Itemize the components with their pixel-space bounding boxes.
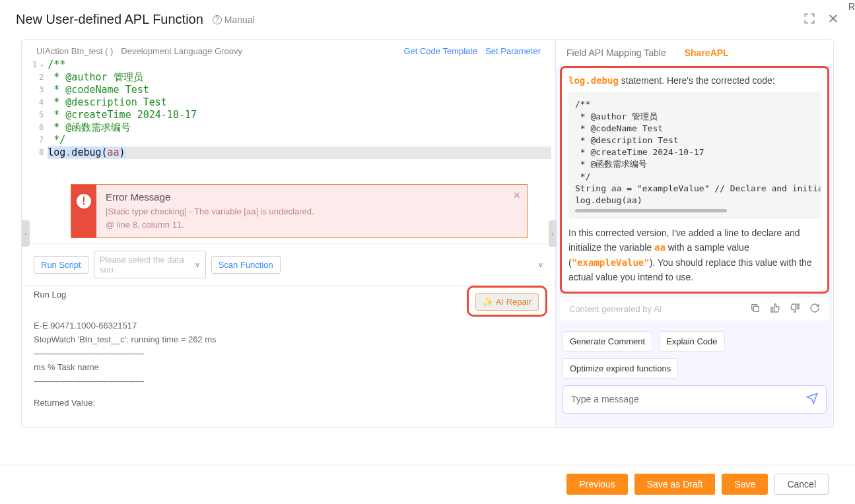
chevron-down-icon[interactable]: ∨ [538, 261, 543, 269]
ai-gen-label: Content generated by AI [569, 304, 662, 314]
cancel-button[interactable]: Cancel [774, 474, 829, 495]
save-draft-button[interactable]: Save as Draft [634, 474, 716, 495]
ai-response-box: log.debug statement. Here's the correcte… [560, 66, 829, 294]
code-chip: log.debug [568, 75, 619, 86]
refresh-icon[interactable] [809, 303, 820, 315]
fullscreen-icon[interactable] [804, 13, 815, 26]
tab-mapping-table[interactable]: Field API Mapping Table [566, 47, 666, 58]
thumbs-down-icon[interactable] [790, 303, 800, 315]
editor-highlighted-line: log.debug(aa) [48, 146, 551, 159]
chat-input-box[interactable] [563, 385, 827, 414]
truncated-letter: R [848, 1, 855, 12]
runlog-line: ms % Task name [34, 362, 543, 372]
right-tabs: Field API Mapping Table ShareAPL [556, 40, 833, 66]
save-button[interactable]: Save [722, 474, 768, 495]
suggest-explain-code[interactable]: Explain Code [659, 331, 724, 352]
run-log-panel: Run Log ✨ AI Repair E-E.90471.1000-66321… [22, 285, 555, 427]
error-detail-2: @ line 8, column 11. [106, 218, 518, 232]
horizontal-scrollbar[interactable] [575, 209, 727, 212]
copy-icon[interactable] [750, 303, 761, 315]
chevron-down-icon: ∨ [195, 261, 200, 269]
runlog-line: ----------------------------------------… [34, 376, 543, 386]
uiaction-label: UIAction Btn_test ( ) [36, 46, 113, 56]
error-icon: ! [71, 185, 96, 237]
ai-code-block: /** * @author 管理员 * @codeName Test * @de… [568, 92, 821, 219]
magic-icon: ✨ [483, 297, 493, 307]
runlog-line: E-E.90471.1000-66321517 [34, 321, 543, 331]
error-close-icon[interactable]: × [513, 189, 520, 203]
thumbs-up-icon[interactable] [770, 303, 780, 315]
close-icon[interactable] [827, 13, 839, 26]
tab-share-apl[interactable]: ShareAPL [685, 47, 729, 58]
dialog-title: New User-defined APL Function [16, 12, 203, 27]
dev-lang-label: Development Language Groovy [121, 46, 242, 56]
get-template-link[interactable]: Get Code Template [403, 46, 477, 56]
error-detail-1: [Static type checking] - The variable [a… [106, 205, 518, 218]
code-editor[interactable]: 1 ▾2345678 /** * @author 管理员 * @codeName… [22, 59, 555, 162]
ai-repair-highlight: ✨ AI Repair [467, 286, 547, 317]
runlog-line: StopWatch 'Btn_test__c': running time = … [34, 334, 543, 344]
dialog-header: New User-defined APL Function ? Manual [0, 0, 855, 39]
scan-function-button[interactable]: Scan Function [211, 256, 281, 274]
chat-input-field[interactable] [571, 394, 806, 404]
dialog-footer: Previous Save as Draft Save Cancel [0, 464, 855, 504]
ai-footer: Content generated by AI [560, 298, 829, 321]
editor-lines: /** * @author 管理员 * @codeName Test * @de… [48, 59, 551, 159]
svg-rect-0 [753, 306, 759, 311]
help-icon: ? [213, 15, 222, 24]
script-toolbar: Run Script Please select the data sou ∨ … [22, 243, 555, 285]
data-source-select[interactable]: Please select the data sou ∨ [94, 251, 206, 278]
returned-value: Returned Value: [34, 398, 543, 408]
run-script-button[interactable]: Run Script [34, 256, 88, 274]
right-pane: Field API Mapping Table ShareAPL log.deb… [556, 40, 833, 427]
error-title: Error Message [106, 191, 518, 203]
set-parameter-link[interactable]: Set Parameter [485, 46, 541, 56]
previous-button[interactable]: Previous [566, 474, 627, 495]
select-placeholder: Please select the data sou [100, 255, 195, 274]
collapse-right-handle[interactable]: › [549, 220, 557, 247]
suggest-generate-comment[interactable]: Generate Comment [563, 331, 652, 352]
runlog-line: ----------------------------------------… [34, 348, 543, 358]
suggest-optimize[interactable]: Optimize expired functions [563, 358, 678, 379]
send-icon[interactable] [806, 393, 818, 406]
collapse-left-handle[interactable]: ‹ [22, 220, 30, 247]
left-pane: UIAction Btn_test ( ) Development Langua… [22, 40, 556, 427]
editor-gutter: 1 ▾2345678 [30, 59, 48, 159]
ai-repair-button[interactable]: ✨ AI Repair [475, 293, 539, 311]
manual-link[interactable]: ? Manual [213, 15, 255, 25]
error-message-box: ! × Error Message [Static type checking]… [71, 184, 528, 238]
suggestion-row: Generate Comment Explain Code Optimize e… [556, 331, 833, 385]
run-log-title: Run Log [34, 290, 66, 299]
manual-label: Manual [224, 15, 255, 25]
